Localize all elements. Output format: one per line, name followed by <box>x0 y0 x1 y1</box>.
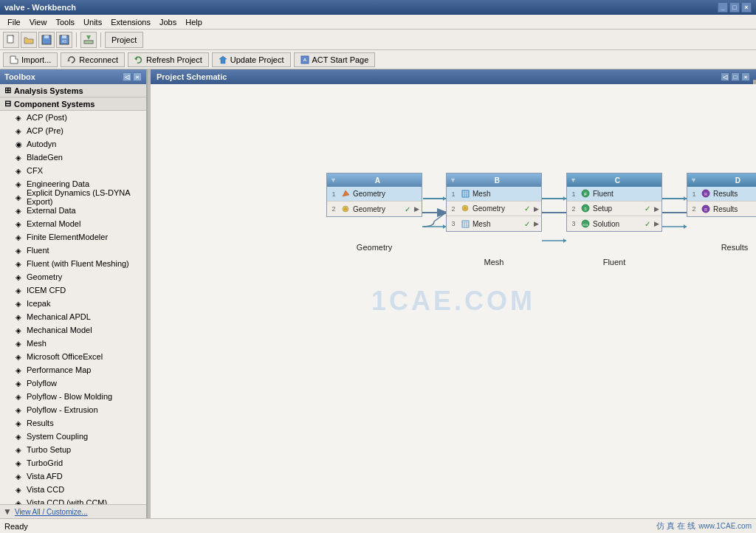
system-a-arrow[interactable]: ▼ <box>330 176 337 184</box>
row-num-2: 2 <box>329 205 338 213</box>
reconnect-button[interactable]: Reconnect <box>61 52 125 67</box>
filter-icon[interactable]: ▼ <box>3 506 12 517</box>
system-d-row-1[interactable]: 1 R Results <box>687 187 756 202</box>
toolbox-item-vista-ccd[interactable]: ◈ Vista CCD <box>0 483 146 496</box>
polyflow-blow-molding-icon: ◈ <box>13 391 24 402</box>
section-analysis-systems[interactable]: ⊞ Analysis Systems <box>0 84 146 97</box>
toolbox-item-turbo-setup[interactable]: ◈ Turbo Setup <box>0 443 146 456</box>
minimize-button[interactable]: _ <box>718 2 728 13</box>
toolbox-header-controls[interactable]: ◁ × <box>123 72 142 81</box>
system-b-row-1[interactable]: 1 Mesh <box>447 187 541 202</box>
toolbox-item-cfx[interactable]: ◈ CFX <box>0 164 146 177</box>
toolbox-item-explicit-dynamics[interactable]: ◈ Explicit Dynamics (LS-DYNA Export) <box>0 190 146 204</box>
system-d-row-2[interactable]: 2 R Results ▶ <box>687 202 756 216</box>
import-button[interactable] <box>80 32 97 48</box>
toolbox-item-polyflow-extrusion[interactable]: ◈ Polyflow - Extrusion <box>0 403 146 416</box>
schematic-maximize-button[interactable]: □ <box>731 72 740 81</box>
system-b-label: Mesh <box>446 258 542 266</box>
act-start-button[interactable]: A ACT Start Page <box>294 52 376 67</box>
save-as-button[interactable]: AS <box>56 32 72 48</box>
toolbox-item-icepak[interactable]: ◈ Icepak <box>0 297 146 310</box>
toolbox-item-microsoft-office-excel[interactable]: ◈ Microsoft OfficeExcel <box>0 350 146 363</box>
titlebar-controls[interactable]: _ □ × <box>718 2 752 13</box>
menu-tools[interactable]: Tools <box>51 16 79 28</box>
toolbox-item-performance-map[interactable]: ◈ Performance Map <box>0 363 146 376</box>
menu-units[interactable]: Units <box>79 16 106 28</box>
toolbox-close-button[interactable]: × <box>133 72 142 81</box>
import-action-button[interactable]: Import... <box>3 52 58 67</box>
section-component-systems[interactable]: ⊟ Component Systems <box>0 97 146 111</box>
schematic-close-button[interactable]: × <box>741 72 750 81</box>
system-b-arrow[interactable]: ▼ <box>450 176 456 184</box>
menu-file[interactable]: File <box>3 16 25 28</box>
toolbox-item-mesh[interactable]: ◈ Mesh <box>0 337 146 350</box>
toolbox-item-vista-ccd-ccm[interactable]: ◈ Vista CCD (with CCM) <box>0 496 146 504</box>
polyflow-icon: ◈ <box>13 378 24 388</box>
finite-element-modeler-icon: ◈ <box>13 232 24 242</box>
component-systems-expand-icon: ⊟ <box>4 99 11 109</box>
system-c-row-1[interactable]: 1 F Fluent <box>567 187 662 202</box>
toolbox-item-autodyn[interactable]: ◉ Autodyn <box>0 137 146 151</box>
system-a-row-2[interactable]: 2 Geometry ✓ ▶ <box>327 202 422 216</box>
system-d-row-2-label: Results <box>713 205 756 213</box>
view-all-link[interactable]: View All / Customize... <box>15 508 88 516</box>
system-c-arrow[interactable]: ▼ <box>570 176 577 184</box>
toolbox-item-icem-cfd[interactable]: ◈ ICEM CFD <box>0 283 146 297</box>
system-a-row-1[interactable]: 1 Geometry <box>327 187 422 202</box>
toolbox-item-external-model[interactable]: ◈ External Model <box>0 217 146 230</box>
results-small-icon: R <box>701 204 711 214</box>
row-num-b2: 2 <box>449 205 458 213</box>
toolbox-item-geometry[interactable]: ◈ Geometry <box>0 270 146 283</box>
maximize-button[interactable]: □ <box>729 2 740 13</box>
mesh-label: Mesh <box>27 339 47 348</box>
save-button[interactable] <box>38 32 55 48</box>
refresh-button[interactable]: Refresh Project <box>128 52 209 67</box>
row-num-d1: 1 <box>690 190 698 198</box>
system-d-arrow[interactable]: ▼ <box>690 176 697 184</box>
toolbox-item-system-coupling[interactable]: ◈ System Coupling <box>0 430 146 443</box>
row-num-d2: 2 <box>690 205 698 213</box>
toolbox-item-vista-afd[interactable]: ◈ Vista AFD <box>0 470 146 483</box>
menu-extensions[interactable]: Extensions <box>106 16 155 28</box>
close-button[interactable]: × <box>741 2 752 13</box>
titlebar: valve - Workbench _ □ × <box>0 0 756 15</box>
turbo-setup-icon: ◈ <box>13 444 24 455</box>
solution-icon: SOL <box>580 219 591 229</box>
toolbox-item-acp-post[interactable]: ◈ ACP (Post) <box>0 111 146 124</box>
toolbox-item-fluent[interactable]: ◈ Fluent <box>0 244 146 257</box>
toolbox-item-mechanical-model[interactable]: ◈ Mechanical Model <box>0 323 146 337</box>
toolbox-item-fluent-meshing[interactable]: ◈ Fluent (with Fluent Meshing) <box>0 257 146 270</box>
system-b-row-3[interactable]: 3 Mesh ✓ ▶ <box>447 216 541 231</box>
schematic-header-controls[interactable]: ◁ □ × <box>721 72 750 81</box>
vista-ccd-ccm-label: Vista CCD (with CCM) <box>27 498 107 504</box>
open-button[interactable] <box>21 32 37 48</box>
icem-cfd-icon: ◈ <box>13 285 24 295</box>
menu-view[interactable]: View <box>25 16 52 28</box>
system-c-row-3[interactable]: 3 SOL Solution ✓ ▶ <box>567 216 662 231</box>
toolbox-item-acp-pre[interactable]: ◈ ACP (Pre) <box>0 124 146 137</box>
system-b-row-2[interactable]: 2 Geometry ✓ ▶ <box>447 202 541 216</box>
menu-jobs[interactable]: Jobs <box>155 16 181 28</box>
new-button[interactable] <box>3 32 19 48</box>
svg-rect-4 <box>62 35 66 38</box>
system-c-header: ▼ C <box>567 173 662 187</box>
vista-afd-label: Vista AFD <box>27 472 63 481</box>
system-c-row-2[interactable]: 2 S Setup ✓ ▶ <box>567 202 662 216</box>
system-d-row-1-label: Results <box>713 190 756 198</box>
project-button[interactable]: Project <box>105 32 143 48</box>
toolbox-item-results[interactable]: ◈ Results <box>0 416 146 430</box>
menu-help[interactable]: Help <box>181 16 207 28</box>
toolbox-item-bladegen[interactable]: ◈ BladeGen <box>0 151 146 164</box>
toolbox-item-finite-element-modeler[interactable]: ◈ Finite ElementModeler <box>0 230 146 244</box>
schematic-pin-button[interactable]: ◁ <box>721 72 729 81</box>
fluent-block-icon: F <box>580 189 591 199</box>
toolbox-item-turbogrid[interactable]: ◈ TurboGrid <box>0 456 146 470</box>
system-block-b: ▼ B 1 Mesh 2 Geometry ✓ <box>446 173 542 232</box>
toolbox-item-polyflow-blow-molding[interactable]: ◈ Polyflow - Blow Molding <box>0 390 146 403</box>
system-b-row-3-check: ✓ <box>524 220 530 228</box>
update-button[interactable]: Update Project <box>212 52 291 67</box>
toolbox-item-mechanical-apdl[interactable]: ◈ Mechanical APDL <box>0 310 146 323</box>
toolbox-item-polyflow[interactable]: ◈ Polyflow <box>0 376 146 390</box>
toolbox-pin-button[interactable]: ◁ <box>123 72 131 81</box>
autodyn-label: Autodyn <box>27 140 56 148</box>
